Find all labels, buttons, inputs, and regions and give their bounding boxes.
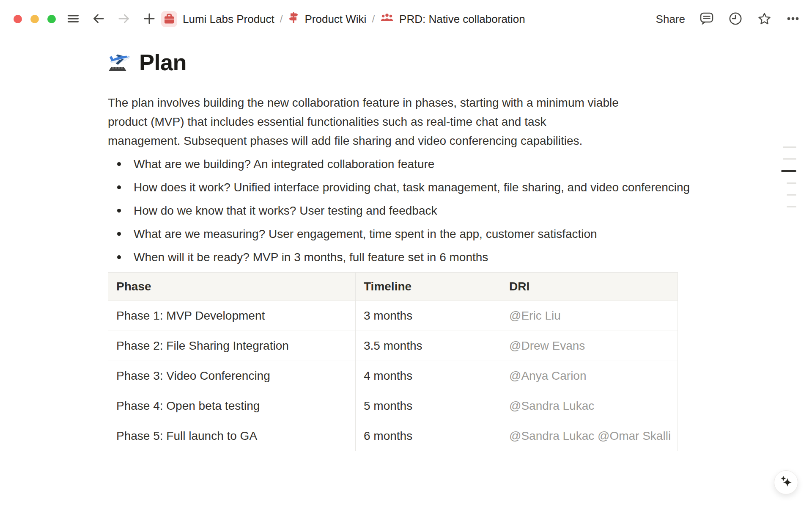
column-header-timeline: Timeline bbox=[356, 273, 501, 301]
outline-section-marker[interactable] bbox=[787, 182, 796, 184]
phase-cell: Phase 5: Full launch to GA bbox=[108, 421, 356, 451]
phase-cell: Phase 3: Video Conferencing bbox=[108, 361, 356, 391]
breadcrumb-item-page[interactable]: PRD: Native collaboration bbox=[380, 12, 525, 26]
intro-line: product (MVP) that includes essential fu… bbox=[108, 112, 704, 131]
new-page-button[interactable] bbox=[142, 12, 156, 26]
comments-icon bbox=[699, 11, 714, 28]
window-controls bbox=[14, 15, 56, 23]
table-row: Phase 2: File Sharing Integration 3.5 mo… bbox=[108, 331, 678, 361]
person-mention[interactable]: @Drew Evans bbox=[509, 339, 585, 352]
back-arrow-icon bbox=[91, 11, 106, 27]
breadcrumb-label: PRD: Native collaboration bbox=[399, 13, 525, 26]
question-list: What are we building? An integrated coll… bbox=[108, 155, 704, 267]
forward-arrow-icon bbox=[117, 11, 131, 27]
table-row: Phase 5: Full launch to GA 6 months @San… bbox=[108, 421, 678, 451]
page-content: Plan The plan involves building the new … bbox=[108, 49, 704, 451]
forward-button[interactable] bbox=[117, 12, 131, 26]
ai-assistant-button[interactable] bbox=[774, 470, 798, 494]
timeline-cell: 3 months bbox=[356, 301, 501, 331]
timeline-cell: 5 months bbox=[356, 391, 501, 421]
breadcrumb-separator: / bbox=[372, 13, 375, 25]
plus-icon bbox=[142, 11, 156, 27]
breadcrumb-separator: / bbox=[280, 13, 283, 25]
outline-section-marker[interactable] bbox=[787, 194, 796, 196]
minimize-window-button[interactable] bbox=[30, 15, 39, 23]
column-header-dri: DRI bbox=[501, 273, 678, 301]
timeline-cell: 4 months bbox=[356, 361, 501, 391]
dri-cell: @Sandra Lukac bbox=[501, 391, 678, 421]
column-header-phase: Phase bbox=[108, 273, 356, 301]
list-item: How do we know that it works? User testi… bbox=[108, 201, 704, 220]
outline-section-marker[interactable] bbox=[783, 146, 796, 148]
list-item: When will it be ready? MVP in 3 months, … bbox=[108, 248, 704, 267]
breadcrumb-label: Lumi Labs Product bbox=[183, 13, 274, 26]
briefcase-icon bbox=[161, 11, 177, 27]
breadcrumb: Lumi Labs Product / Product Wiki / PRD: … bbox=[161, 11, 525, 28]
phase-cell: Phase 4: Open beta testing bbox=[108, 391, 356, 421]
person-mention[interactable]: @Sandra Lukac bbox=[509, 399, 594, 412]
share-button[interactable]: Share bbox=[656, 13, 685, 26]
person-mention[interactable]: @Anya Carion bbox=[509, 369, 587, 382]
dri-cell: @Eric Liu bbox=[501, 301, 678, 331]
plan-table: Phase Timeline DRI Phase 1: MVP Developm… bbox=[108, 272, 678, 451]
favorite-star-icon bbox=[757, 11, 772, 28]
history-button[interactable] bbox=[728, 12, 743, 26]
airplane-departure-emoji[interactable] bbox=[108, 49, 132, 75]
table-header-row: Phase Timeline DRI bbox=[108, 273, 678, 301]
intro-line: The plan involves building the new colla… bbox=[108, 93, 704, 112]
sidebar-menu-button[interactable] bbox=[66, 12, 80, 26]
intro-paragraph: The plan involves building the new colla… bbox=[108, 93, 704, 150]
outline-section-marker[interactable] bbox=[783, 158, 796, 160]
list-item: What are we measuring? User engagement, … bbox=[108, 224, 704, 243]
phase-cell: Phase 2: File Sharing Integration bbox=[108, 331, 356, 361]
outline-section-marker-active[interactable] bbox=[781, 170, 796, 172]
dri-cell: @Sandra Lukac @Omar Skalli bbox=[501, 421, 678, 451]
breadcrumb-label: Product Wiki bbox=[304, 13, 366, 26]
timeline-cell: 3.5 months bbox=[356, 331, 501, 361]
outline-indicator bbox=[781, 146, 796, 207]
more-options-icon bbox=[786, 11, 800, 27]
team-icon bbox=[380, 12, 394, 26]
table-row: Phase 1: MVP Development 3 months @Eric … bbox=[108, 301, 678, 331]
table-row: Phase 4: Open beta testing 5 months @San… bbox=[108, 391, 678, 421]
list-item: What are we building? An integrated coll… bbox=[108, 155, 704, 174]
breadcrumb-item-teamspace[interactable]: Lumi Labs Product bbox=[161, 11, 274, 27]
table-row: Phase 3: Video Conferencing 4 months @An… bbox=[108, 361, 678, 391]
page-title: Plan bbox=[139, 49, 187, 75]
phase-cell: Phase 1: MVP Development bbox=[108, 301, 356, 331]
close-window-button[interactable] bbox=[14, 15, 22, 23]
more-options-button[interactable] bbox=[786, 12, 800, 26]
zoom-window-button[interactable] bbox=[47, 15, 56, 23]
intro-line: management. Subsequent phases will add f… bbox=[108, 131, 704, 150]
signpost-icon bbox=[288, 11, 299, 28]
dri-cell: @Drew Evans bbox=[501, 331, 678, 361]
favorite-button[interactable] bbox=[757, 12, 771, 26]
timeline-cell: 6 months bbox=[356, 421, 501, 451]
list-item: How does it work? Unified interface prov… bbox=[108, 178, 704, 197]
person-mention[interactable]: @Sandra Lukac @Omar Skalli bbox=[509, 429, 671, 442]
window-toolbar: Lumi Labs Product / Product Wiki / PRD: … bbox=[0, 0, 812, 38]
breadcrumb-item-wiki[interactable]: Product Wiki bbox=[288, 11, 366, 28]
sparkles-icon bbox=[779, 474, 794, 491]
dri-cell: @Anya Carion bbox=[501, 361, 678, 391]
back-button[interactable] bbox=[91, 12, 106, 26]
outline-section-marker[interactable] bbox=[787, 206, 796, 207]
hamburger-icon bbox=[66, 11, 80, 27]
comments-button[interactable] bbox=[700, 12, 714, 26]
history-clock-icon bbox=[728, 11, 743, 27]
person-mention[interactable]: @Eric Liu bbox=[509, 309, 561, 322]
